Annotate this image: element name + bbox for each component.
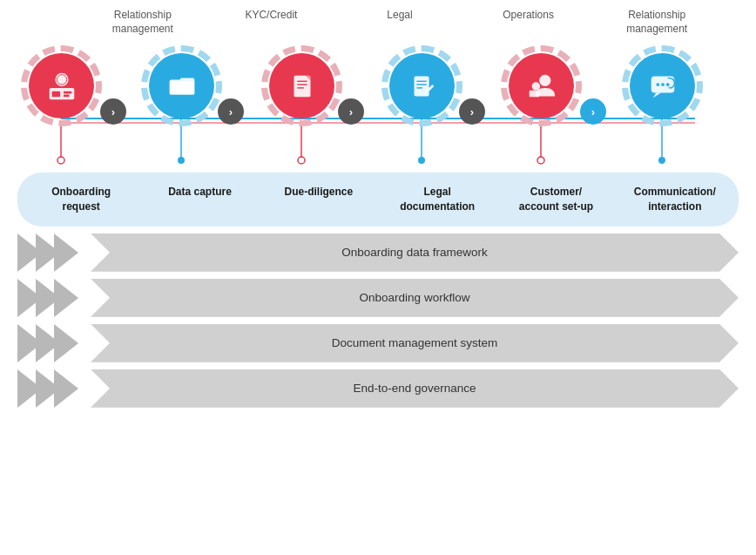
svg-point-36	[661, 83, 665, 86]
arrow-node-4: ›	[459, 98, 485, 125]
svg-point-13	[658, 157, 665, 164]
arrow-node-5: ›	[580, 98, 606, 125]
svg-rect-16	[51, 91, 60, 97]
step-legal-doc: Legaldocumentation	[388, 185, 488, 214]
step-communication: Communication/interaction	[624, 185, 725, 214]
chevron-bar-3: Document management system	[17, 324, 739, 362]
step-onboarding-request: Onboardingrequest	[31, 185, 132, 214]
svg-point-5	[178, 157, 185, 164]
svg-rect-18	[63, 94, 69, 97]
chevron-bar-2: Onboarding workflow	[17, 279, 739, 317]
chevron-label-3: Document management system	[332, 336, 498, 349]
role-label-operations: Operations	[478, 9, 578, 36]
arrow-node-2: ›	[218, 98, 244, 125]
svg-point-30	[539, 74, 550, 85]
svg-rect-17	[63, 91, 71, 93]
circle-legal-doc	[389, 53, 455, 118]
chevron-bar-1: Onboarding data framework	[17, 234, 739, 272]
svg-rect-32	[529, 90, 538, 97]
role-label-kyc: KYC/Credit	[221, 9, 321, 36]
chevron-bar-4: End-to-end governance	[17, 369, 739, 408]
circle-customer-setup	[509, 53, 574, 118]
role-label-legal: Legal	[349, 9, 449, 36]
svg-point-31	[531, 82, 540, 91]
svg-point-7	[298, 157, 305, 164]
svg-rect-21	[294, 75, 310, 97]
role-label-rel-mgmt-2: Relationshipmanagement	[607, 9, 707, 36]
svg-point-3	[57, 157, 64, 164]
svg-rect-25	[414, 76, 429, 96]
circle-data-capture	[149, 53, 214, 118]
svg-point-11	[537, 157, 544, 164]
svg-marker-34	[652, 92, 661, 98]
svg-point-35	[656, 83, 659, 86]
step-customer-setup: Customer/account set-up	[506, 185, 606, 214]
chevron-label-1: Onboarding data framework	[341, 246, 487, 259]
arrow-node-1: ›	[100, 98, 126, 125]
step-data-capture: Data capture	[150, 185, 250, 214]
step-due-diligence: Due-diligence	[268, 185, 368, 214]
svg-point-37	[665, 83, 669, 86]
circle-communication	[630, 53, 695, 118]
chevron-label-2: Onboarding workflow	[360, 291, 470, 304]
circle-due-diligence	[269, 53, 334, 118]
svg-point-9	[418, 157, 425, 164]
step-labels: Onboardingrequest Data capture Due-dilig…	[17, 173, 739, 227]
arrow-node-3: ›	[338, 98, 364, 125]
svg-rect-20	[169, 81, 194, 94]
circle-onboarding	[29, 53, 94, 118]
role-label-rel-mgmt-1: Relationshipmanagement	[92, 9, 192, 36]
chevron-label-4: End-to-end governance	[353, 382, 476, 395]
